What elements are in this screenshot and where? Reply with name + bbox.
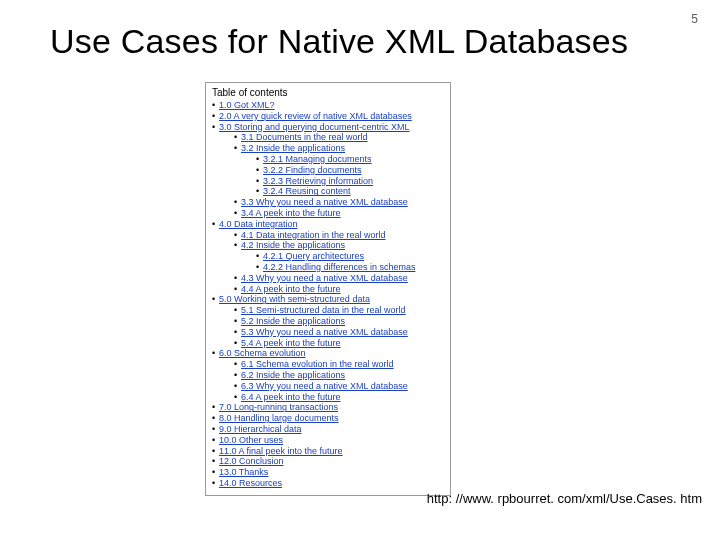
toc-link[interactable]: 5.2 Inside the applications (241, 316, 345, 326)
toc-item: • 4.0 Data integration (212, 219, 444, 230)
toc-item: • 2.0 A very quick review of native XML … (212, 111, 444, 122)
toc-link[interactable]: 5.0 Working with semi-structured data (219, 294, 370, 304)
bullet-icon: • (234, 392, 241, 403)
bullet-icon: • (256, 154, 263, 165)
toc-link[interactable]: 4.0 Data integration (219, 219, 298, 229)
toc-link[interactable]: 4.3 Why you need a native XML database (241, 273, 408, 283)
toc-link[interactable]: 5.1 Semi-structured data in the real wor… (241, 305, 406, 315)
toc-link[interactable]: 6.4 A peek into the future (241, 392, 341, 402)
bullet-icon: • (256, 251, 263, 262)
bullet-icon: • (212, 122, 219, 133)
page-number: 5 (691, 12, 698, 26)
bullet-icon: • (212, 294, 219, 305)
toc-item: • 11.0 A final peek into the future (212, 446, 444, 457)
toc-item: • 3.3 Why you need a native XML database (234, 197, 444, 208)
toc-link[interactable]: 14.0 Resources (219, 478, 282, 488)
toc-link[interactable]: 3.1 Documents in the real world (241, 132, 368, 142)
toc-link[interactable]: 2.0 A very quick review of native XML da… (219, 111, 412, 121)
toc-link[interactable]: 13.0 Thanks (219, 467, 268, 477)
toc-item: • 4.2 Inside the applications (234, 240, 444, 251)
toc-item: • 3.2.1 Managing documents (256, 154, 444, 165)
toc-item: • 5.4 A peek into the future (234, 338, 444, 349)
slide-page: 5 Use Cases for Native XML Databases Tab… (0, 0, 720, 540)
toc-link[interactable]: 3.2.3 Retrieving information (263, 176, 373, 186)
toc-link[interactable]: 6.3 Why you need a native XML database (241, 381, 408, 391)
bullet-icon: • (234, 197, 241, 208)
toc-link[interactable]: 4.2.2 Handling differences in schemas (263, 262, 415, 272)
toc-item: • 4.2.1 Query architectures (256, 251, 444, 262)
toc-item: • 4.1 Data integration in the real world (234, 230, 444, 241)
source-url: http: //www. rpbourret. com/xml/Use.Case… (427, 491, 702, 506)
bullet-icon: • (234, 327, 241, 338)
toc-link[interactable]: 6.0 Schema evolution (219, 348, 306, 358)
bullet-icon: • (234, 143, 241, 154)
toc-link[interactable]: 9.0 Hierarchical data (219, 424, 302, 434)
toc-item: • 1.0 Got XML? (212, 100, 444, 111)
bullet-icon: • (256, 186, 263, 197)
toc-link[interactable]: 3.2.1 Managing documents (263, 154, 372, 164)
bullet-icon: • (212, 435, 219, 446)
bullet-icon: • (212, 413, 219, 424)
toc-link[interactable]: 10.0 Other uses (219, 435, 283, 445)
toc-item: • 6.0 Schema evolution (212, 348, 444, 359)
toc-link[interactable]: 3.2.2 Finding documents (263, 165, 362, 175)
bullet-icon: • (256, 165, 263, 176)
toc-link[interactable]: 1.0 Got XML? (219, 100, 275, 110)
toc-link[interactable]: 7.0 Long-running transactions (219, 402, 338, 412)
toc-item: • 3.2.4 Reusing content (256, 186, 444, 197)
toc-link[interactable]: 6.1 Schema evolution in the real world (241, 359, 394, 369)
bullet-icon: • (256, 176, 263, 187)
toc-item: • 10.0 Other uses (212, 435, 444, 446)
toc-link[interactable]: 4.1 Data integration in the real world (241, 230, 386, 240)
toc-item: • 5.3 Why you need a native XML database (234, 327, 444, 338)
bullet-icon: • (234, 370, 241, 381)
toc-link[interactable]: 4.2 Inside the applications (241, 240, 345, 250)
toc-item: • 12.0 Conclusion (212, 456, 444, 467)
bullet-icon: • (212, 446, 219, 457)
toc-item: • 3.0 Storing and querying document-cent… (212, 122, 444, 133)
bullet-icon: • (234, 316, 241, 327)
toc-item: • 14.0 Resources (212, 478, 444, 489)
bullet-icon: • (234, 230, 241, 241)
toc-item: • 6.4 A peek into the future (234, 392, 444, 403)
bullet-icon: • (212, 348, 219, 359)
toc-link[interactable]: 4.4 A peek into the future (241, 284, 341, 294)
toc-link[interactable]: 3.0 Storing and querying document-centri… (219, 122, 410, 132)
bullet-icon: • (212, 100, 219, 111)
toc-item: • 6.2 Inside the applications (234, 370, 444, 381)
toc-item: • 5.0 Working with semi-structured data (212, 294, 444, 305)
bullet-icon: • (212, 219, 219, 230)
bullet-icon: • (234, 284, 241, 295)
table-of-contents: Table of contents • 1.0 Got XML?• 2.0 A … (205, 82, 451, 496)
toc-link[interactable]: 3.4 A peek into the future (241, 208, 341, 218)
toc-link[interactable]: 6.2 Inside the applications (241, 370, 345, 380)
bullet-icon: • (234, 208, 241, 219)
toc-item: • 4.3 Why you need a native XML database (234, 273, 444, 284)
toc-item: • 3.2.2 Finding documents (256, 165, 444, 176)
toc-link[interactable]: 11.0 A final peek into the future (219, 446, 343, 456)
toc-item: • 3.2 Inside the applications (234, 143, 444, 154)
bullet-icon: • (212, 467, 219, 478)
toc-item: • 8.0 Handling large documents (212, 413, 444, 424)
toc-item: • 3.2.3 Retrieving information (256, 176, 444, 187)
toc-link[interactable]: 4.2.1 Query architectures (263, 251, 364, 261)
toc-link[interactable]: 5.3 Why you need a native XML database (241, 327, 408, 337)
page-title: Use Cases for Native XML Databases (50, 22, 628, 61)
toc-link[interactable]: 3.3 Why you need a native XML database (241, 197, 408, 207)
bullet-icon: • (256, 262, 263, 273)
bullet-icon: • (212, 478, 219, 489)
toc-item: • 6.1 Schema evolution in the real world (234, 359, 444, 370)
bullet-icon: • (212, 424, 219, 435)
toc-link[interactable]: 12.0 Conclusion (219, 456, 284, 466)
toc-heading: Table of contents (212, 87, 444, 99)
toc-link[interactable]: 8.0 Handling large documents (219, 413, 339, 423)
toc-link[interactable]: 3.2 Inside the applications (241, 143, 345, 153)
bullet-icon: • (234, 359, 241, 370)
toc-item: • 4.2.2 Handling differences in schemas (256, 262, 444, 273)
bullet-icon: • (212, 111, 219, 122)
bullet-icon: • (234, 273, 241, 284)
toc-link[interactable]: 5.4 A peek into the future (241, 338, 341, 348)
toc-item: • 7.0 Long-running transactions (212, 402, 444, 413)
toc-link[interactable]: 3.2.4 Reusing content (263, 186, 351, 196)
toc-item: • 9.0 Hierarchical data (212, 424, 444, 435)
